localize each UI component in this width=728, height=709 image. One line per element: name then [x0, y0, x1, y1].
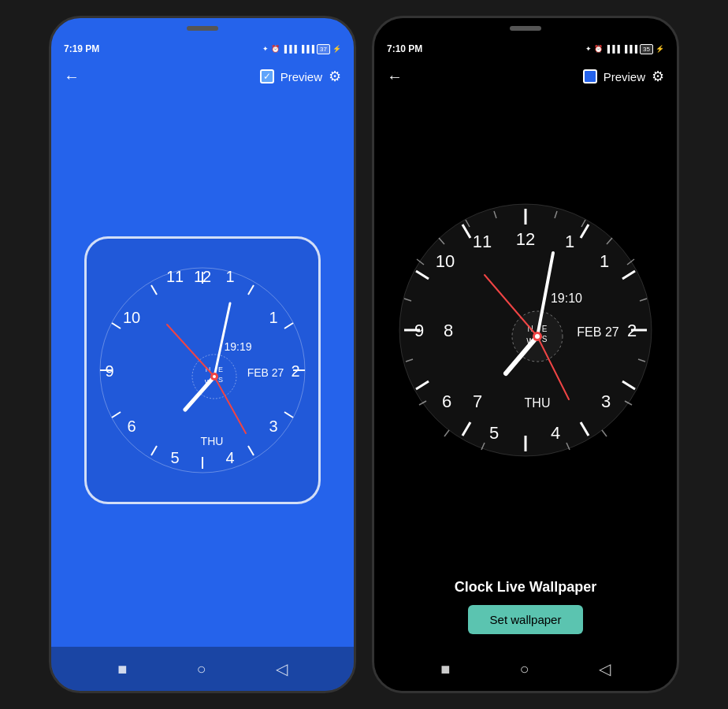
svg-line-36 [214, 377, 246, 433]
check-mark-left: ✓ [263, 71, 271, 82]
svg-line-19 [151, 446, 157, 455]
svg-text:19:10: 19:10 [551, 291, 582, 305]
phone-left: 7:19 PM ✦ ⏰ ▐▐▐ ▐▐▐ 37 ⚡ ← ✓ Preview ⚙ [49, 16, 356, 693]
preview-checkbox-left[interactable]: ✓ [260, 69, 274, 84]
svg-text:11: 11 [166, 268, 184, 285]
home-btn-left[interactable]: ○ [196, 660, 206, 678]
svg-line-17 [248, 446, 254, 455]
notch-left [187, 26, 218, 31]
svg-point-97 [535, 334, 540, 339]
home-btn-right[interactable]: ○ [519, 660, 529, 678]
svg-line-35 [167, 325, 214, 377]
top-bar-right: ← Preview ⚙ [374, 59, 677, 94]
set-wallpaper-button[interactable]: Set wallpaper [468, 605, 584, 634]
clock-svg-left: 12 1 2 3 4 5 6 9 10 11 1 [92, 260, 313, 481]
app-info: Clock Live Wallpaper Set wallpaper [374, 566, 677, 647]
svg-text:19:19: 19:19 [224, 340, 251, 353]
svg-line-33 [185, 377, 214, 410]
clock-area-left: 12 1 2 3 4 5 6 9 10 11 1 [51, 94, 354, 647]
svg-text:12: 12 [516, 229, 535, 249]
back-btn-right[interactable]: ◁ [599, 659, 611, 678]
charging-icon-right: ⚡ [656, 45, 664, 53]
svg-text:11: 11 [473, 232, 492, 251]
svg-text:6: 6 [127, 418, 136, 435]
svg-text:4: 4 [225, 449, 234, 466]
preview-area-right: Preview ⚙ [583, 68, 664, 85]
svg-text:9: 9 [414, 321, 424, 340]
svg-line-59 [602, 430, 607, 436]
svg-text:2: 2 [627, 321, 637, 340]
svg-line-22 [112, 323, 121, 329]
svg-text:1: 1 [269, 309, 277, 326]
svg-text:FEB 27: FEB 27 [247, 366, 284, 379]
status-bar-right: 7:10 PM ✦ ⏰ ▐▐▐ ▐▐▐ 35 ⚡ [374, 35, 677, 59]
clock-svg-right: 12 1 2 3 4 5 6 9 10 11 1 8 7 19:10 FEB 2… [392, 196, 659, 464]
svg-point-38 [213, 375, 216, 378]
signal-icon: ▐▐▐ [282, 45, 297, 53]
charging-icon: ⚡ [332, 45, 341, 53]
status-icons-right: ✦ ⏰ ▐▐▐ ▐▐▐ 35 ⚡ [585, 44, 664, 54]
preview-label-right: Preview [604, 70, 645, 84]
status-time-left: 7:19 PM [64, 43, 99, 54]
svg-text:THU: THU [525, 396, 551, 410]
svg-text:E: E [218, 366, 223, 373]
svg-text:10: 10 [123, 309, 140, 326]
svg-text:THU: THU [201, 435, 224, 447]
svg-text:1: 1 [600, 251, 609, 271]
bluetooth-icon-right: ✦ [585, 45, 592, 53]
phone-right: 7:10 PM ✦ ⏰ ▐▐▐ ▐▐▐ 35 ⚡ ← Preview ⚙ [372, 16, 679, 693]
svg-line-20 [112, 412, 121, 418]
svg-text:S: S [542, 335, 548, 343]
battery-right: 35 [640, 44, 653, 54]
svg-text:E: E [542, 325, 548, 333]
signal-icon-right: ▐▐▐ [605, 45, 620, 53]
svg-line-23 [151, 285, 157, 295]
svg-text:5: 5 [170, 449, 179, 466]
svg-text:7: 7 [473, 392, 482, 411]
bottom-nav-left: ■ ○ ◁ [51, 647, 354, 691]
svg-line-13 [248, 285, 254, 295]
svg-line-16 [284, 412, 293, 418]
svg-text:1: 1 [225, 268, 234, 285]
battery-left: 37 [317, 44, 330, 54]
alarm-icon: ⏰ [271, 45, 280, 53]
preview-area-left: ✓ Preview ⚙ [260, 68, 341, 85]
status-icons-left: ✦ ⏰ ▐▐▐ ▐▐▐ 37 ⚡ [262, 44, 341, 54]
svg-text:5: 5 [489, 423, 499, 443]
preview-checkbox-right[interactable] [583, 69, 597, 84]
svg-text:8: 8 [444, 321, 453, 340]
preview-label-left: Preview [280, 70, 322, 84]
back-button-right[interactable]: ← [387, 68, 403, 86]
wifi-icon-right: ▐▐▐ [622, 45, 637, 53]
clock-wrapper-left: 12 1 2 3 4 5 6 9 10 11 1 [84, 236, 321, 504]
svg-line-62 [444, 430, 449, 436]
alarm-icon-right: ⏰ [594, 45, 603, 53]
recent-apps-btn-left[interactable]: ■ [117, 660, 127, 678]
wifi-icon: ▐▐▐ [299, 45, 314, 53]
svg-text:3: 3 [269, 418, 277, 435]
status-bar-left: 7:19 PM ✦ ⏰ ▐▐▐ ▐▐▐ 37 ⚡ [51, 35, 354, 59]
svg-text:S: S [218, 376, 223, 384]
svg-text:FEB 27: FEB 27 [577, 325, 618, 339]
svg-text:10: 10 [436, 251, 455, 271]
svg-text:4: 4 [551, 423, 560, 443]
svg-line-14 [284, 323, 293, 329]
app-title: Clock Live Wallpaper [455, 579, 596, 596]
settings-icon-right[interactable]: ⚙ [652, 68, 664, 85]
bluetooth-icon: ✦ [262, 45, 269, 53]
svg-text:6: 6 [442, 392, 451, 411]
back-button-left[interactable]: ← [64, 68, 80, 86]
back-btn-left[interactable]: ◁ [276, 659, 288, 678]
top-bar-left: ← ✓ Preview ⚙ [51, 59, 354, 94]
status-time-right: 7:10 PM [387, 43, 422, 54]
bottom-nav-right: ■ ○ ◁ [374, 647, 677, 691]
settings-icon-left[interactable]: ⚙ [329, 68, 341, 85]
recent-apps-btn-right[interactable]: ■ [440, 660, 450, 678]
svg-text:3: 3 [601, 392, 611, 411]
svg-text:1: 1 [565, 232, 574, 251]
notch-right [510, 26, 541, 31]
clock-area-right: 12 1 2 3 4 5 6 9 10 11 1 8 7 19:10 FEB 2… [374, 94, 677, 566]
